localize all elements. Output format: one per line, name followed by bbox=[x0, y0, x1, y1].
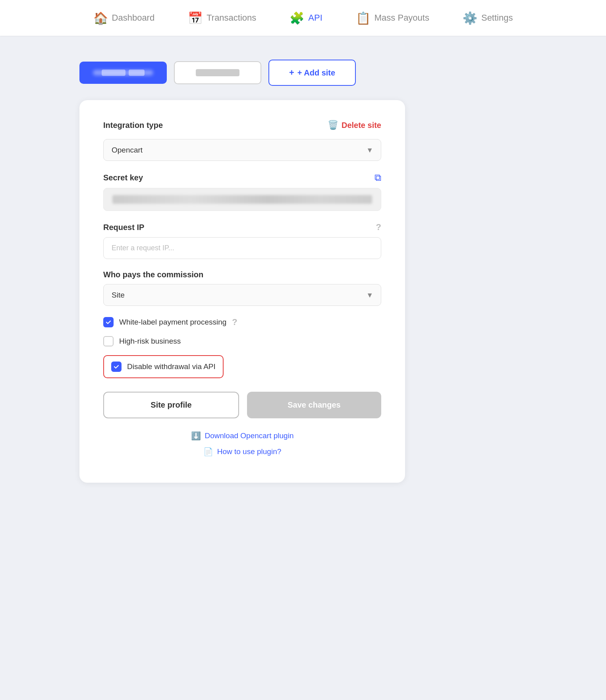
active-tab-blur-2 bbox=[129, 70, 145, 76]
white-label-checkbox[interactable] bbox=[103, 317, 114, 327]
save-changes-button[interactable]: Save changes bbox=[247, 392, 381, 418]
white-label-help-icon[interactable]: ? bbox=[232, 317, 237, 327]
nav-label-dashboard: Dashboard bbox=[112, 13, 155, 23]
commission-label: Who pays the commission bbox=[103, 270, 203, 279]
high-risk-row: High-risk business bbox=[103, 336, 381, 346]
secret-key-label: Secret key bbox=[103, 173, 143, 182]
site-profile-label: Site profile bbox=[151, 400, 191, 409]
save-changes-label: Save changes bbox=[288, 400, 340, 409]
high-risk-checkbox[interactable] bbox=[103, 336, 114, 346]
disable-withdrawal-checkmark-icon bbox=[113, 364, 120, 370]
top-navigation: 🏠 Dashboard 📅 Transactions 🧩 API 📋 Mass … bbox=[0, 0, 606, 36]
nav-label-api: API bbox=[308, 13, 322, 23]
commission-dropdown-wrapper: Site ▼ bbox=[103, 284, 381, 306]
secret-key-field bbox=[103, 188, 381, 211]
settings-icon: ⚙️ bbox=[463, 11, 477, 25]
integration-type-dropdown-wrapper: Opencart ▼ bbox=[103, 139, 381, 161]
site-settings-card: Integration type 🗑️ Delete site Opencart… bbox=[79, 100, 405, 483]
download-plugin-link[interactable]: Download Opencart plugin bbox=[205, 431, 294, 440]
site-tab-secondary-label bbox=[196, 69, 239, 76]
active-tab-blur-1 bbox=[102, 70, 125, 76]
disable-withdrawal-highlight-box: Disable withdrawal via API bbox=[103, 355, 224, 378]
site-tab-secondary[interactable] bbox=[174, 61, 261, 84]
add-site-plus-icon: + bbox=[289, 68, 294, 78]
secret-key-header: Secret key ⧉ bbox=[103, 172, 381, 183]
nav-label-mass-payouts: Mass Payouts bbox=[374, 13, 429, 23]
transactions-icon: 📅 bbox=[188, 11, 203, 25]
api-icon: 🧩 bbox=[289, 11, 304, 25]
disable-withdrawal-text[interactable]: Disable withdrawal via API bbox=[127, 362, 216, 371]
card-header: Integration type 🗑️ Delete site bbox=[103, 120, 381, 130]
dashboard-icon: 🏠 bbox=[93, 11, 108, 25]
site-tabs-row: + + Add site bbox=[79, 60, 356, 86]
white-label-row: White-label payment processing ? bbox=[103, 317, 381, 327]
doc-icon: 📄 bbox=[203, 447, 213, 456]
white-label-text[interactable]: White-label payment processing bbox=[119, 318, 226, 327]
mass-payouts-icon: 📋 bbox=[356, 11, 371, 25]
nav-item-transactions[interactable]: 📅 Transactions bbox=[183, 8, 261, 28]
integration-type-label: Integration type bbox=[103, 121, 163, 130]
add-site-button[interactable]: + + Add site bbox=[268, 60, 356, 86]
how-to-use-link[interactable]: How to use plugin? bbox=[217, 447, 282, 456]
nav-label-transactions: Transactions bbox=[207, 13, 256, 23]
trash-icon: 🗑️ bbox=[328, 120, 338, 130]
secret-key-blur bbox=[112, 195, 372, 204]
nav-item-api[interactable]: 🧩 API bbox=[285, 8, 327, 28]
site-profile-button[interactable]: Site profile bbox=[103, 392, 239, 418]
delete-site-label: Delete site bbox=[342, 121, 381, 130]
nav-item-dashboard[interactable]: 🏠 Dashboard bbox=[89, 8, 160, 28]
integration-type-select[interactable]: Opencart bbox=[103, 139, 381, 161]
commission-header: Who pays the commission bbox=[103, 270, 381, 279]
nav-item-settings[interactable]: ⚙️ Settings bbox=[458, 8, 518, 28]
disable-withdrawal-checkbox[interactable] bbox=[111, 362, 122, 372]
how-to-use-row: 📄 How to use plugin? bbox=[103, 447, 381, 456]
delete-site-button[interactable]: 🗑️ Delete site bbox=[328, 120, 381, 130]
request-ip-label: Request IP bbox=[103, 223, 144, 232]
commission-select[interactable]: Site bbox=[103, 284, 381, 306]
site-tab-active[interactable] bbox=[79, 62, 167, 84]
copy-icon[interactable]: ⧉ bbox=[374, 172, 381, 183]
nav-item-mass-payouts[interactable]: 📋 Mass Payouts bbox=[351, 8, 434, 28]
download-icon: ⬇️ bbox=[191, 431, 201, 441]
high-risk-text[interactable]: High-risk business bbox=[119, 337, 181, 346]
request-ip-input[interactable] bbox=[103, 237, 381, 259]
download-plugin-row: ⬇️ Download Opencart plugin bbox=[103, 431, 381, 441]
main-content: + + Add site Integration type 🗑️ Delete … bbox=[0, 36, 606, 507]
request-ip-header: Request IP ? bbox=[103, 222, 381, 232]
request-ip-help-icon[interactable]: ? bbox=[376, 222, 381, 232]
add-site-label: + Add site bbox=[297, 68, 335, 77]
nav-label-settings: Settings bbox=[481, 13, 513, 23]
action-buttons-row: Site profile Save changes bbox=[103, 392, 381, 418]
checkmark-icon bbox=[105, 319, 112, 325]
